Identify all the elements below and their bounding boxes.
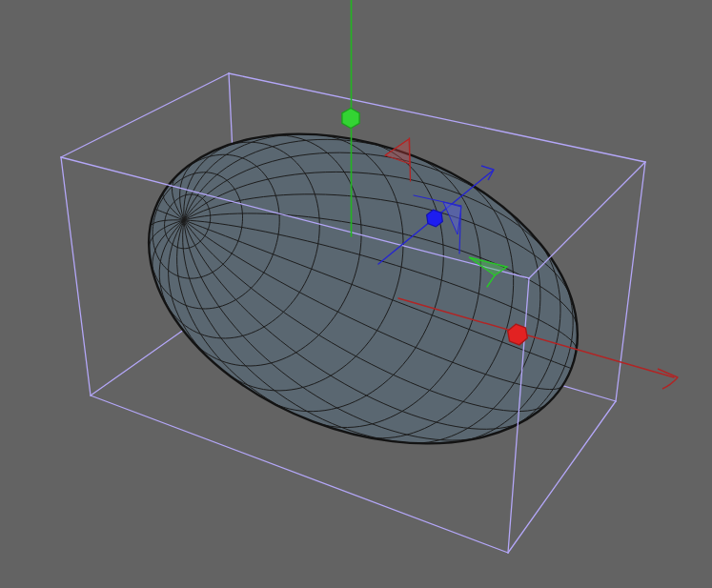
viewport-3d[interactable] [0, 0, 712, 588]
viewport-canvas[interactable] [0, 0, 712, 588]
y-axis-handle-icon[interactable] [342, 109, 359, 129]
